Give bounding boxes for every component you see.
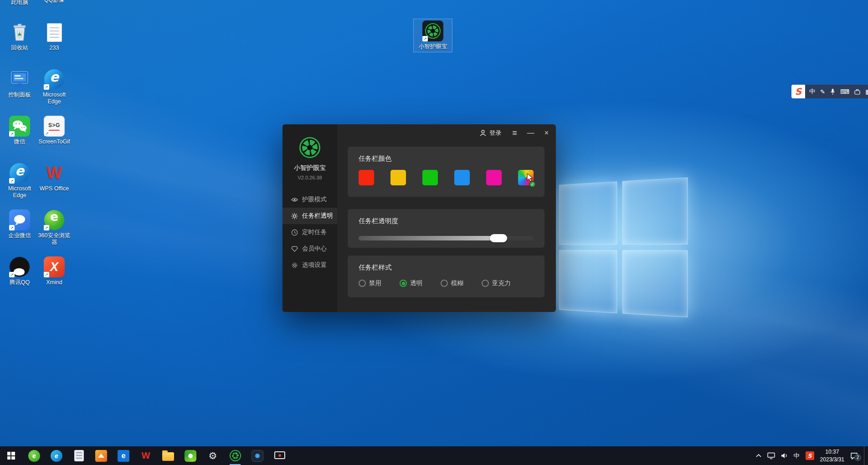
desktop-icon-wps-office[interactable]: WPS Office — [36, 163, 72, 192]
user-icon — [479, 129, 487, 137]
style-option-3[interactable]: 模糊 — [441, 279, 463, 287]
slider-track[interactable] — [359, 236, 534, 240]
taskbar-icon-notepad[interactable] — [72, 446, 85, 465]
desktop-icon-microsoft-edge[interactable]: Microsoft Edge — [36, 69, 72, 105]
taskbar-icon-ie-tile[interactable]: e — [117, 446, 130, 465]
close-button[interactable]: × — [544, 129, 549, 137]
document-icon — [47, 23, 62, 42]
color-swatch-6[interactable]: ✓ — [518, 170, 534, 185]
menu-item-settings[interactable]: 选项设置 — [282, 257, 337, 273]
pen-icon[interactable] — [820, 88, 825, 95]
slider-knob[interactable] — [490, 234, 507, 242]
taskbar-clock[interactable]: 10:37 2023/3/31 — [820, 448, 844, 463]
color-swatch-1[interactable] — [359, 170, 374, 185]
brightness-icon — [291, 213, 298, 220]
system-tray: 中 10:37 2023/3/31 2 — [756, 446, 868, 465]
taskbar-icon-explorer[interactable] — [162, 446, 175, 465]
gear-icon — [291, 262, 298, 269]
desktop-icon-recycle-bin[interactable]: 回收站 — [2, 22, 37, 51]
color-swatch-3[interactable] — [422, 170, 438, 185]
qq-icon — [10, 257, 30, 277]
desktop-icon-label: 腾讯QQ — [2, 279, 37, 286]
taskbar-icon-360-browser[interactable]: e — [28, 446, 41, 465]
input-mode-button[interactable]: 中 — [809, 87, 815, 96]
taskbar: eeeW⚙ 中 10:37 2023/3/31 2 — [0, 446, 868, 465]
minimize-button[interactable]: — — [527, 129, 534, 137]
toolbox-icon[interactable] — [854, 89, 860, 95]
style-option-4[interactable]: 亚克力 — [482, 279, 511, 287]
mic-icon[interactable] — [830, 88, 835, 95]
app-logo — [299, 137, 320, 158]
menu-item-scheduled-tasks[interactable]: 定时任务 — [282, 224, 337, 240]
desktop-icon-screentogif[interactable]: S>G ScreenToGif — [36, 116, 72, 145]
taskbar-icon-360-safe[interactable] — [184, 446, 197, 465]
taskbar-icon-media-app[interactable] — [251, 446, 264, 465]
action-center-icon[interactable]: 2 — [850, 452, 858, 460]
menu-item-eye-mode[interactable]: 护眼模式 — [282, 191, 337, 208]
settings-panels: 任务栏颜色 ✓ 任务栏透明度 任务栏样式 禁用透明模糊亚克力 — [348, 147, 544, 297]
login-label: 登录 — [489, 129, 501, 137]
taskbar-icon-eyecare[interactable] — [229, 446, 241, 465]
360-browser-icon: e — [28, 450, 40, 462]
desktop-icon-control-panel[interactable]: 控制面板 — [2, 69, 37, 98]
taskbar-opacity-panel: 任务栏透明度 — [348, 209, 544, 248]
menu-item-label: 选项设置 — [302, 261, 327, 269]
taskbar-icon-photos[interactable] — [95, 446, 108, 465]
desktop-icon-label: 233 — [36, 45, 72, 51]
taskbar-icon-settings[interactable]: ⚙ — [206, 446, 219, 465]
wps-icon — [44, 163, 65, 184]
desktop-icon-label: 小智护眼宝 — [414, 43, 452, 50]
desktop-icon-label: WPS Office — [36, 185, 72, 192]
app-name: 小智护眼宝 — [294, 164, 326, 172]
screentogif-underline — [49, 130, 60, 131]
style-option-2[interactable]: 透明 — [400, 279, 422, 287]
desktop-icon-wechat[interactable]: 微信 — [2, 116, 37, 145]
grid-menu-icon[interactable] — [865, 88, 868, 95]
show-desktop-button[interactable] — [864, 446, 866, 465]
desktop-icon-label: 微信 — [2, 138, 37, 145]
taskbar-icon-screentogif[interactable] — [273, 446, 286, 465]
panel-title: 任务栏颜色 — [359, 147, 534, 163]
desktop-icon-document-233[interactable]: 233 — [36, 22, 72, 51]
desktop-icon-label: Microsoft Edge — [2, 185, 37, 199]
desktop-icon-microsoft-edge-2[interactable]: Microsoft Edge — [2, 163, 37, 199]
app-version: V2.0.26.38 — [298, 175, 322, 180]
tray-chevron-up-icon[interactable] — [756, 454, 761, 458]
desktop-icon-qq-image[interactable]: QQ影像 — [36, 0, 72, 4]
color-swatch-4[interactable] — [454, 170, 470, 185]
taskbar-icon-edge[interactable]: e — [50, 446, 63, 465]
radio-label: 透明 — [410, 279, 422, 287]
desktop-icon-label: QQ影像 — [36, 0, 72, 4]
sogou-logo[interactable] — [791, 85, 805, 98]
hamburger-menu-icon[interactable]: ≡ — [512, 129, 517, 137]
wallpaper-pane — [622, 177, 688, 245]
sogou-input-bar: 中 — [791, 85, 868, 98]
desktop-icon-eyecare[interactable]: 小智护眼宝 — [414, 19, 452, 52]
taskbar-pinned-icons: eeeW⚙ — [28, 446, 286, 465]
desktop-icon-tencent-qq[interactable]: 腾讯QQ — [2, 256, 37, 286]
taskbar-icon-wps[interactable]: W — [139, 446, 152, 465]
tray-input-indicator[interactable]: 中 — [794, 452, 800, 460]
tray-sogou-icon[interactable] — [806, 451, 814, 460]
color-swatch-5[interactable] — [486, 170, 502, 185]
eye-icon — [291, 196, 298, 203]
menu-item-member-center[interactable]: 会员中心 — [282, 240, 337, 257]
tray-speaker-icon[interactable] — [781, 453, 788, 459]
menu-item-taskbar-transparency[interactable]: 任务栏透明 — [282, 208, 337, 224]
start-button[interactable] — [0, 446, 22, 465]
desktop-icon-360-browser[interactable]: 360安全浏览器 — [36, 210, 72, 246]
desktop-icon-this-pc[interactable]: 此电脑 — [2, 0, 37, 6]
tray-pc-icon[interactable] — [767, 452, 775, 459]
xmind-icon — [44, 256, 65, 277]
screentogif-glyph: S>G — [48, 122, 60, 128]
desktop-icon-wecom[interactable]: 企业微信 — [2, 210, 37, 239]
style-option-1[interactable]: 禁用 — [359, 279, 381, 287]
desktop-icon-xmind[interactable]: Xmind — [36, 256, 72, 286]
keyboard-icon[interactable] — [840, 88, 849, 95]
color-swatch-2[interactable] — [390, 170, 406, 185]
notification-badge: 2 — [854, 454, 861, 461]
notepad-icon — [74, 450, 84, 461]
desktop-icon-label: 回收站 — [2, 45, 37, 51]
login-button[interactable]: 登录 — [479, 129, 501, 137]
opacity-slider[interactable] — [359, 234, 534, 242]
